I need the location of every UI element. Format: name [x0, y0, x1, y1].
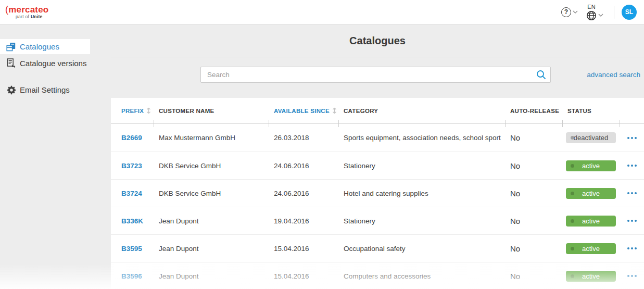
- auto-release-cell: No: [505, 133, 562, 142]
- auto-release-cell: No: [505, 161, 562, 170]
- available-since-cell: 19.04.2016: [269, 217, 338, 225]
- catalog-icon: [6, 42, 16, 52]
- table-row: B336K Jean Dupont 19.04.2016 Stationery …: [111, 207, 644, 234]
- customer-name-cell: DKB Service GmbH: [154, 162, 269, 170]
- status-cell: active: [562, 216, 620, 227]
- page-title: Catalogues: [111, 24, 644, 57]
- gear-icon: [6, 85, 16, 95]
- column-label: STATUS: [567, 108, 591, 114]
- user-avatar[interactable]: SL: [622, 5, 637, 20]
- status-dot-icon: [571, 164, 574, 168]
- language-menu[interactable]: EN: [586, 4, 603, 21]
- sidebar-item-email-settings[interactable]: Email Settings: [0, 82, 90, 97]
- sidebar-item-label: Catalogues: [20, 42, 59, 51]
- three-dots-icon[interactable]: [625, 272, 639, 280]
- catalogues-table: PREFIX CUSTOMER NAMEAVAILABLE SINCE CATE…: [111, 98, 644, 289]
- sidebar-item-label: Catalogue versions: [20, 59, 86, 68]
- mercateo-logo[interactable]: (mercateo part of Unite: [5, 5, 48, 19]
- auto-release-cell: No: [505, 189, 562, 198]
- category-cell: Sports equipment, association needs, sch…: [338, 134, 505, 142]
- status-cell: active: [562, 271, 620, 282]
- available-since-cell: 24.06.2016: [269, 162, 338, 170]
- prefix-link[interactable]: B2669: [121, 134, 142, 142]
- status-dot-icon: [571, 136, 574, 140]
- category-cell: Stationery: [338, 217, 505, 225]
- actions-cell: [620, 272, 644, 280]
- sidebar-item-label: Email Settings: [20, 85, 70, 94]
- auto-release-cell: No: [505, 244, 562, 253]
- three-dots-icon[interactable]: [625, 217, 639, 224]
- main-content: Catalogues advanced search PREFIX CUSTOM…: [111, 24, 644, 289]
- globe-icon: [586, 10, 597, 21]
- actions-cell: [620, 245, 644, 252]
- table-row: B2669 Max Mustermann GmbH 26.03.2018 Spo…: [111, 124, 644, 152]
- customer-name-cell: Max Mustermann GmbH: [154, 134, 269, 142]
- available-since-cell: 15.04.2016: [269, 245, 338, 253]
- prefix-link[interactable]: B3596: [121, 272, 142, 280]
- table-row: B3595 Jean Dupont 15.04.2016 Occupationa…: [111, 234, 644, 262]
- prefix-cell: B2669: [111, 134, 154, 142]
- actions-cell: [620, 217, 644, 224]
- column-header-available-since[interactable]: AVAILABLE SINCE: [269, 98, 338, 123]
- status-cell: active: [562, 243, 620, 254]
- customer-name-cell: Jean Dupont: [154, 245, 269, 253]
- customer-name-cell: DKB Service GmbH: [154, 190, 269, 197]
- sidebar-item-catalogue-versions[interactable]: Catalogue versions: [0, 56, 90, 71]
- sidebar-item-catalogues[interactable]: Catalogues: [0, 39, 90, 54]
- table-header-row: PREFIX CUSTOMER NAMEAVAILABLE SINCE CATE…: [111, 98, 644, 124]
- status-dot-icon: [571, 219, 574, 223]
- status-cell: deactivated: [562, 132, 620, 143]
- table-row: B3596 Jean Dupont 15.04.2016 Computers a…: [111, 262, 644, 289]
- column-header-status: STATUS: [562, 98, 620, 123]
- topbar-actions: ? EN SL: [553, 4, 637, 21]
- three-dots-icon[interactable]: [625, 190, 639, 197]
- sort-arrows-icon: [146, 107, 151, 114]
- status-dot-icon: [571, 274, 574, 278]
- advanced-search-link[interactable]: advanced search: [587, 71, 640, 79]
- prefix-link[interactable]: B336K: [121, 217, 143, 225]
- sort-arrows-icon: [332, 107, 337, 114]
- prefix-cell: B336K: [111, 217, 154, 225]
- column-header-prefix[interactable]: PREFIX: [111, 98, 154, 123]
- chevron-down-icon: [598, 14, 603, 17]
- versions-icon: [6, 58, 16, 68]
- three-dots-icon[interactable]: [625, 134, 639, 142]
- status-dot-icon: [571, 192, 574, 195]
- status-badge: active: [566, 243, 616, 254]
- column-label: AVAILABLE SINCE: [274, 108, 330, 114]
- status-badge: active: [566, 160, 616, 171]
- magnifier-icon[interactable]: [536, 70, 546, 80]
- column-header-customer-name: CUSTOMER NAME: [154, 98, 269, 123]
- status-badge: active: [566, 216, 616, 227]
- top-bar: (mercateo part of Unite ? EN SL: [0, 0, 644, 24]
- search-input[interactable]: [200, 67, 551, 83]
- prefix-link[interactable]: B3723: [121, 162, 142, 170]
- language-code: EN: [587, 4, 595, 10]
- status-badge: active: [566, 188, 616, 199]
- status-badge: active: [566, 271, 616, 282]
- column-label: PREFIX: [121, 108, 144, 114]
- actions-cell: [620, 134, 644, 142]
- table-body: B2669 Max Mustermann GmbH 26.03.2018 Spo…: [111, 124, 644, 289]
- logo-tagline: part of Unite: [16, 15, 48, 19]
- available-since-cell: 15.04.2016: [269, 272, 338, 280]
- prefix-link[interactable]: B3595: [121, 245, 142, 253]
- topbar-divider: [614, 6, 614, 19]
- column-header-actions: [620, 98, 644, 123]
- prefix-link[interactable]: B3724: [121, 190, 142, 197]
- logo-wordmark: (mercateo: [5, 5, 48, 14]
- three-dots-icon[interactable]: [625, 162, 639, 169]
- help-menu[interactable]: ?: [561, 7, 578, 17]
- status-cell: active: [562, 160, 620, 171]
- column-header-category: CATEGORY: [338, 98, 505, 123]
- column-header-auto-release: AUTO-RELEASE: [505, 98, 562, 123]
- customer-name-cell: Jean Dupont: [154, 272, 269, 280]
- available-since-cell: 26.03.2018: [269, 134, 338, 142]
- status-badge: deactivated: [566, 132, 616, 143]
- category-cell: Computers and accessories: [338, 272, 505, 280]
- auto-release-cell: No: [505, 217, 562, 225]
- category-cell: Stationery: [338, 162, 505, 170]
- customer-name-cell: Jean Dupont: [154, 217, 269, 225]
- three-dots-icon[interactable]: [625, 245, 639, 252]
- table-row: B3723 DKB Service GmbH 24.06.2016 Statio…: [111, 152, 644, 179]
